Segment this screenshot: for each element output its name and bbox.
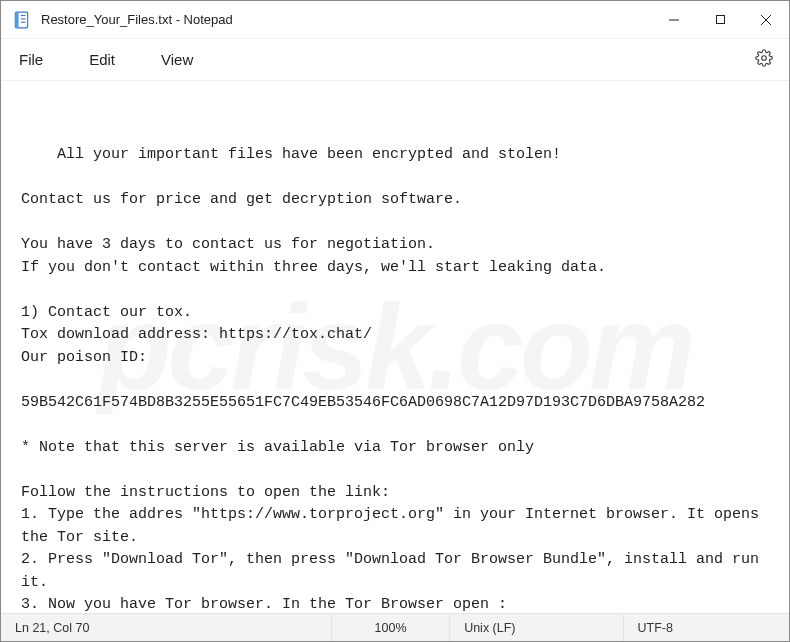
titlebar[interactable]: Restore_Your_Files.txt - Notepad bbox=[1, 1, 789, 39]
svg-rect-6 bbox=[716, 16, 724, 24]
status-cursor-position: Ln 21, Col 70 bbox=[1, 614, 332, 641]
menu-edit[interactable]: Edit bbox=[83, 47, 121, 72]
notepad-icon bbox=[13, 11, 31, 29]
menu-file[interactable]: File bbox=[13, 47, 49, 72]
svg-point-9 bbox=[762, 56, 767, 61]
status-encoding: UTF-8 bbox=[624, 614, 790, 641]
document-text: All your important files have been encry… bbox=[21, 146, 768, 613]
svg-rect-1 bbox=[15, 12, 18, 28]
settings-button[interactable] bbox=[751, 45, 777, 74]
window-controls bbox=[651, 1, 789, 38]
window-title: Restore_Your_Files.txt - Notepad bbox=[41, 12, 651, 27]
notepad-window: Restore_Your_Files.txt - Notepad File Ed… bbox=[0, 0, 790, 642]
menubar: File Edit View bbox=[1, 39, 789, 81]
maximize-button[interactable] bbox=[697, 1, 743, 38]
menu-view[interactable]: View bbox=[155, 47, 199, 72]
status-line-ending: Unix (LF) bbox=[450, 614, 623, 641]
status-zoom[interactable]: 100% bbox=[332, 614, 450, 641]
close-button[interactable] bbox=[743, 1, 789, 38]
statusbar: Ln 21, Col 70 100% Unix (LF) UTF-8 bbox=[1, 613, 789, 641]
text-editor-area[interactable]: pcrisk.com All your important files have… bbox=[1, 81, 789, 613]
minimize-button[interactable] bbox=[651, 1, 697, 38]
